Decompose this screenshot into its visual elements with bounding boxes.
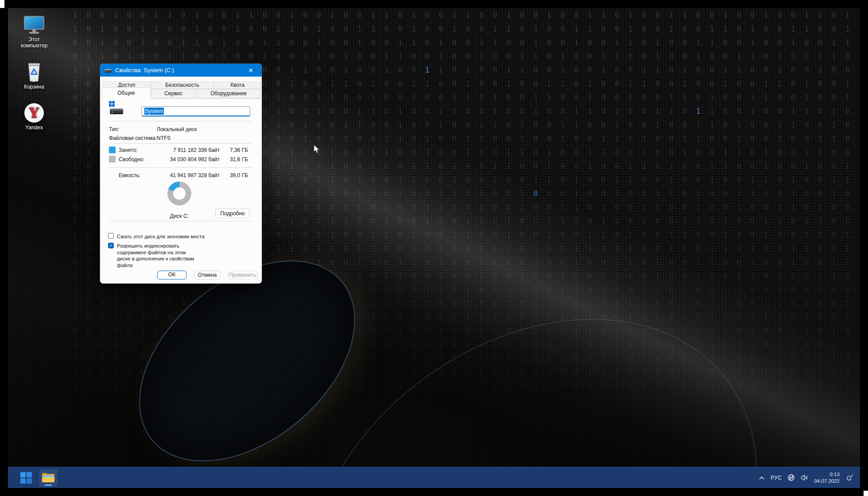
tab-general-selected[interactable]: Общие bbox=[102, 87, 151, 99]
desktop-icon-yandex[interactable]: Y Yandex bbox=[13, 100, 55, 131]
free-space-swatch bbox=[109, 156, 116, 163]
used-bytes: 7 911 182 336 байт bbox=[150, 147, 220, 153]
tab-security[interactable]: Безопасность bbox=[151, 81, 213, 89]
windows-start-icon bbox=[20, 472, 32, 484]
cancel-button[interactable]: Отмена bbox=[194, 271, 221, 279]
tab-quota[interactable]: Квота bbox=[214, 81, 261, 89]
tab-hardware[interactable]: Оборудование bbox=[196, 89, 261, 98]
compress-checkbox[interactable] bbox=[108, 233, 114, 239]
desktop-icon-label: Yandex bbox=[25, 125, 43, 131]
details-button[interactable]: Подробно bbox=[215, 209, 250, 218]
free-gb: 31,6 ГБ bbox=[222, 156, 248, 163]
used-space-swatch bbox=[109, 147, 116, 153]
desktop-icon-column: Этот компьютер Корзина Y Yandex bbox=[13, 12, 55, 141]
filesystem-value: NTFS bbox=[157, 135, 170, 141]
language-indicator[interactable]: РУС bbox=[771, 475, 782, 481]
tray-date: 04.07.2022 bbox=[814, 478, 840, 484]
capacity-label: Емкость: bbox=[119, 172, 140, 178]
recycle-bin-icon bbox=[13, 59, 55, 82]
corner-artifact-top-left bbox=[0, 0, 4, 8]
capacity-bytes: 41 941 987 328 байт bbox=[150, 172, 220, 178]
desktop: 1001001101001100100100110100110010010011… bbox=[8, 8, 860, 488]
desktop-icon-recycle-bin[interactable]: Корзина bbox=[13, 59, 55, 90]
focus-assist-bell-icon[interactable]: z z bbox=[845, 474, 854, 482]
start-button[interactable] bbox=[17, 469, 35, 487]
screenshot-frame: 1001001101001100100100110100110010010011… bbox=[0, 0, 868, 496]
mouse-cursor bbox=[314, 144, 322, 156]
filesystem-label: Файловая система: bbox=[109, 135, 157, 141]
desktop-icon-label: Корзина bbox=[24, 84, 44, 90]
desktop-icon-this-pc[interactable]: Этот компьютер bbox=[13, 12, 55, 49]
close-icon[interactable]: ✕ bbox=[244, 67, 257, 74]
type-value: Локальный диск bbox=[157, 126, 197, 132]
disk-usage-donut-chart bbox=[167, 182, 191, 205]
taskbar: РУС 0:13 04.07.2022 bbox=[8, 467, 860, 488]
volume-icon[interactable] bbox=[801, 474, 808, 481]
system-tray: РУС 0:13 04.07.2022 bbox=[759, 471, 854, 484]
separator bbox=[109, 121, 252, 121]
type-label: Тип: bbox=[109, 126, 119, 132]
network-no-internet-icon[interactable] bbox=[787, 474, 795, 481]
file-explorer-button[interactable] bbox=[39, 469, 58, 487]
free-label: Свободно: bbox=[119, 156, 145, 163]
drive-icon bbox=[109, 101, 123, 114]
compress-checkbox-label: Сжать этот диск для экономии места bbox=[117, 233, 219, 240]
clock[interactable]: 0:13 04.07.2022 bbox=[814, 471, 840, 484]
dialog-titlebar[interactable]: Свойства: System (C:) ✕ bbox=[100, 64, 262, 77]
drive-properties-dialog: Свойства: System (C:) ✕ Доступ Безопасно… bbox=[100, 63, 262, 284]
taskbar-left bbox=[17, 469, 58, 487]
yandex-browser-icon: Y bbox=[13, 100, 55, 123]
dialog-title: Свойства: System (C:) bbox=[115, 67, 174, 74]
used-label: Занято: bbox=[119, 147, 137, 153]
volume-name-input[interactable]: System bbox=[141, 106, 250, 116]
used-gb: 7,36 ГБ bbox=[222, 147, 248, 153]
corner-artifact-bottom-right bbox=[864, 491, 868, 496]
apply-button-disabled: Применить bbox=[228, 271, 258, 279]
selected-text: System bbox=[144, 108, 164, 115]
desktop-icon-label: Этот компьютер bbox=[15, 37, 53, 49]
tab-tools[interactable]: Сервис bbox=[151, 89, 196, 98]
separator bbox=[109, 167, 252, 168]
tray-time: 0:13 bbox=[814, 471, 840, 478]
separator bbox=[109, 143, 252, 143]
drive-icon-small bbox=[105, 68, 112, 73]
svg-text:z: z bbox=[852, 474, 853, 476]
index-checkbox[interactable]: ✓ bbox=[108, 243, 114, 248]
running-app-indicator bbox=[45, 484, 52, 486]
free-bytes: 34 030 804 992 байт bbox=[150, 156, 220, 163]
capacity-gb: 39,0 ГБ bbox=[222, 172, 248, 178]
index-checkbox-label: Разрешить индексировать содержимое файло… bbox=[117, 243, 198, 269]
ok-button[interactable]: ОК bbox=[157, 271, 186, 279]
disk-c-label: Диск C: bbox=[153, 213, 205, 219]
this-pc-icon bbox=[13, 12, 55, 35]
separator bbox=[109, 221, 252, 221]
file-explorer-icon bbox=[42, 472, 55, 484]
windows-logo-icon bbox=[109, 101, 115, 107]
tray-chevron-up-icon[interactable] bbox=[759, 476, 765, 480]
